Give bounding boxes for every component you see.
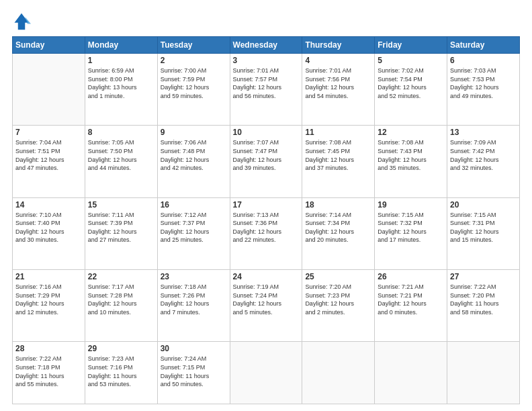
day-number: 19 bbox=[378, 200, 444, 210]
calendar-cell: 21Sunrise: 7:16 AM Sunset: 7:29 PM Dayli… bbox=[13, 269, 85, 341]
calendar-cell: 26Sunrise: 7:21 AM Sunset: 7:21 PM Dayli… bbox=[375, 269, 447, 341]
day-number: 6 bbox=[450, 56, 517, 65]
day-number: 15 bbox=[88, 200, 154, 210]
day-number: 14 bbox=[15, 200, 82, 210]
day-number: 7 bbox=[15, 128, 82, 137]
day-number: 12 bbox=[378, 128, 444, 137]
day-number: 11 bbox=[305, 128, 371, 137]
day-info: Sunrise: 7:14 AM Sunset: 7:34 PM Dayligh… bbox=[305, 211, 371, 244]
calendar-cell bbox=[447, 342, 520, 404]
day-number: 29 bbox=[88, 344, 154, 353]
day-number: 8 bbox=[88, 128, 154, 137]
page: SundayMondayTuesdayWednesdayThursdayFrid… bbox=[0, 0, 532, 411]
calendar-cell: 23Sunrise: 7:18 AM Sunset: 7:26 PM Dayli… bbox=[157, 269, 230, 341]
day-number: 23 bbox=[161, 272, 227, 281]
calendar-cell: 11Sunrise: 7:08 AM Sunset: 7:45 PM Dayli… bbox=[302, 126, 375, 197]
day-number: 26 bbox=[378, 272, 444, 281]
calendar-cell: 30Sunrise: 7:24 AM Sunset: 7:15 PM Dayli… bbox=[157, 342, 230, 404]
calendar-cell: 3Sunrise: 7:01 AM Sunset: 7:57 PM Daylig… bbox=[230, 54, 302, 126]
calendar-cell: 17Sunrise: 7:13 AM Sunset: 7:36 PM Dayli… bbox=[230, 197, 302, 269]
day-info: Sunrise: 7:09 AM Sunset: 7:42 PM Dayligh… bbox=[450, 138, 517, 172]
calendar-week-row: 1Sunrise: 6:59 AM Sunset: 8:00 PM Daylig… bbox=[13, 54, 520, 126]
weekday-header-saturday: Saturday bbox=[447, 37, 520, 54]
day-info: Sunrise: 7:19 AM Sunset: 7:24 PM Dayligh… bbox=[233, 283, 300, 316]
day-info: Sunrise: 7:10 AM Sunset: 7:40 PM Dayligh… bbox=[15, 211, 82, 244]
day-number: 3 bbox=[233, 56, 300, 65]
weekday-header-tuesday: Tuesday bbox=[157, 37, 230, 54]
calendar-cell: 4Sunrise: 7:01 AM Sunset: 7:56 PM Daylig… bbox=[302, 54, 375, 126]
weekday-header-sunday: Sunday bbox=[13, 37, 85, 54]
calendar-cell bbox=[375, 342, 447, 404]
calendar-cell: 2Sunrise: 7:00 AM Sunset: 7:59 PM Daylig… bbox=[157, 54, 230, 126]
calendar-cell: 10Sunrise: 7:07 AM Sunset: 7:47 PM Dayli… bbox=[230, 126, 302, 197]
calendar-cell: 8Sunrise: 7:05 AM Sunset: 7:50 PM Daylig… bbox=[85, 126, 157, 197]
weekday-header-friday: Friday bbox=[375, 37, 447, 54]
day-info: Sunrise: 7:07 AM Sunset: 7:47 PM Dayligh… bbox=[233, 138, 300, 172]
day-number: 5 bbox=[378, 56, 444, 65]
calendar-cell bbox=[302, 342, 375, 404]
day-info: Sunrise: 7:01 AM Sunset: 7:57 PM Dayligh… bbox=[233, 66, 300, 100]
day-number: 4 bbox=[305, 56, 371, 65]
day-number: 25 bbox=[305, 272, 371, 281]
day-number: 24 bbox=[233, 272, 300, 281]
calendar-cell: 13Sunrise: 7:09 AM Sunset: 7:42 PM Dayli… bbox=[447, 126, 520, 197]
calendar-cell bbox=[13, 54, 85, 126]
svg-marker-0 bbox=[15, 13, 29, 30]
calendar-cell: 7Sunrise: 7:04 AM Sunset: 7:51 PM Daylig… bbox=[13, 126, 85, 197]
day-number: 22 bbox=[88, 272, 154, 281]
calendar-cell: 18Sunrise: 7:14 AM Sunset: 7:34 PM Dayli… bbox=[302, 197, 375, 269]
day-info: Sunrise: 7:17 AM Sunset: 7:28 PM Dayligh… bbox=[88, 283, 154, 316]
day-info: Sunrise: 7:15 AM Sunset: 7:31 PM Dayligh… bbox=[450, 211, 517, 244]
weekday-header-thursday: Thursday bbox=[302, 37, 375, 54]
day-info: Sunrise: 7:00 AM Sunset: 7:59 PM Dayligh… bbox=[161, 66, 227, 100]
day-info: Sunrise: 7:23 AM Sunset: 7:16 PM Dayligh… bbox=[88, 355, 154, 388]
calendar-week-row: 28Sunrise: 7:22 AM Sunset: 7:18 PM Dayli… bbox=[13, 342, 520, 404]
day-info: Sunrise: 7:02 AM Sunset: 7:54 PM Dayligh… bbox=[378, 66, 444, 100]
day-number: 28 bbox=[15, 344, 82, 353]
calendar-cell: 1Sunrise: 6:59 AM Sunset: 8:00 PM Daylig… bbox=[85, 54, 157, 126]
calendar-week-row: 21Sunrise: 7:16 AM Sunset: 7:29 PM Dayli… bbox=[13, 269, 520, 341]
day-number: 17 bbox=[233, 200, 300, 210]
day-info: Sunrise: 7:15 AM Sunset: 7:32 PM Dayligh… bbox=[378, 211, 444, 244]
day-info: Sunrise: 7:03 AM Sunset: 7:53 PM Dayligh… bbox=[450, 66, 517, 100]
day-info: Sunrise: 7:18 AM Sunset: 7:26 PM Dayligh… bbox=[161, 283, 227, 316]
calendar-week-row: 14Sunrise: 7:10 AM Sunset: 7:40 PM Dayli… bbox=[13, 197, 520, 269]
day-info: Sunrise: 7:08 AM Sunset: 7:43 PM Dayligh… bbox=[378, 138, 444, 172]
calendar-cell: 29Sunrise: 7:23 AM Sunset: 7:16 PM Dayli… bbox=[85, 342, 157, 404]
day-number: 2 bbox=[161, 56, 227, 65]
calendar-table: SundayMondayTuesdayWednesdayThursdayFrid… bbox=[12, 36, 520, 404]
day-info: Sunrise: 7:21 AM Sunset: 7:21 PM Dayligh… bbox=[378, 283, 444, 316]
header bbox=[12, 12, 520, 31]
day-number: 27 bbox=[450, 272, 517, 281]
calendar-cell: 28Sunrise: 7:22 AM Sunset: 7:18 PM Dayli… bbox=[13, 342, 85, 404]
day-number: 10 bbox=[233, 128, 300, 137]
day-info: Sunrise: 7:20 AM Sunset: 7:23 PM Dayligh… bbox=[305, 283, 371, 316]
day-number: 16 bbox=[161, 200, 227, 210]
day-info: Sunrise: 7:13 AM Sunset: 7:36 PM Dayligh… bbox=[233, 211, 300, 244]
calendar-cell: 16Sunrise: 7:12 AM Sunset: 7:37 PM Dayli… bbox=[157, 197, 230, 269]
calendar-week-row: 7Sunrise: 7:04 AM Sunset: 7:51 PM Daylig… bbox=[13, 126, 520, 197]
day-info: Sunrise: 7:16 AM Sunset: 7:29 PM Dayligh… bbox=[15, 283, 82, 316]
day-info: Sunrise: 7:04 AM Sunset: 7:51 PM Dayligh… bbox=[15, 138, 82, 172]
calendar-cell bbox=[230, 342, 302, 404]
calendar-cell: 24Sunrise: 7:19 AM Sunset: 7:24 PM Dayli… bbox=[230, 269, 302, 341]
day-info: Sunrise: 7:06 AM Sunset: 7:48 PM Dayligh… bbox=[161, 138, 227, 172]
calendar-cell: 9Sunrise: 7:06 AM Sunset: 7:48 PM Daylig… bbox=[157, 126, 230, 197]
weekday-header-monday: Monday bbox=[85, 37, 157, 54]
calendar-cell: 12Sunrise: 7:08 AM Sunset: 7:43 PM Dayli… bbox=[375, 126, 447, 197]
day-info: Sunrise: 7:22 AM Sunset: 7:20 PM Dayligh… bbox=[450, 283, 517, 316]
day-number: 9 bbox=[161, 128, 227, 137]
day-number: 18 bbox=[305, 200, 371, 210]
calendar-cell: 6Sunrise: 7:03 AM Sunset: 7:53 PM Daylig… bbox=[447, 54, 520, 126]
day-info: Sunrise: 7:24 AM Sunset: 7:15 PM Dayligh… bbox=[161, 355, 227, 388]
day-info: Sunrise: 7:11 AM Sunset: 7:39 PM Dayligh… bbox=[88, 211, 154, 244]
day-info: Sunrise: 6:59 AM Sunset: 8:00 PM Dayligh… bbox=[88, 66, 154, 100]
day-number: 1 bbox=[88, 56, 154, 65]
day-info: Sunrise: 7:01 AM Sunset: 7:56 PM Dayligh… bbox=[305, 66, 371, 100]
calendar-cell: 14Sunrise: 7:10 AM Sunset: 7:40 PM Dayli… bbox=[13, 197, 85, 269]
calendar-cell: 22Sunrise: 7:17 AM Sunset: 7:28 PM Dayli… bbox=[85, 269, 157, 341]
day-number: 13 bbox=[450, 128, 517, 137]
logo-icon bbox=[12, 12, 31, 31]
day-number: 20 bbox=[450, 200, 517, 210]
day-number: 21 bbox=[15, 272, 82, 281]
